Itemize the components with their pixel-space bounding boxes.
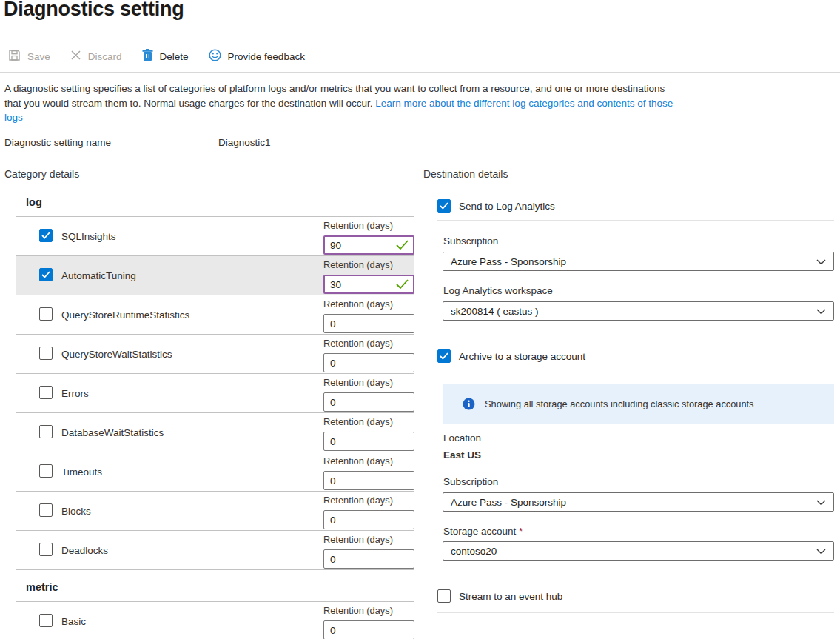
retention-days-label: Retention (days) — [323, 455, 393, 466]
category-row: QueryStoreWaitStatisticsRetention (days) — [16, 335, 414, 374]
retention-days-label: Retention (days) — [323, 259, 393, 270]
toolbar: Save Discard Delete Provide feedback — [8, 49, 305, 64]
category-checkbox[interactable] — [39, 543, 53, 556]
provide-feedback-button[interactable]: Provide feedback — [209, 49, 305, 64]
category-row: ErrorsRetention (days) — [16, 374, 414, 413]
chevron-down-icon — [816, 546, 826, 557]
stream-to-event-hub-checkbox[interactable] — [437, 589, 451, 603]
divider — [437, 220, 834, 221]
info-banner: Showing all storage accounts including c… — [443, 384, 834, 424]
destination-details-header: Destination details — [423, 168, 508, 180]
category-label: SQLInsights — [61, 231, 116, 242]
retention-days-label: Retention (days) — [323, 605, 393, 616]
category-label: DatabaseWaitStatistics — [61, 427, 164, 438]
workspace-dropdown[interactable]: sk200814 ( eastus ) — [443, 301, 834, 321]
la-subscription-dropdown[interactable]: Azure Pass - Sponsorship — [443, 252, 834, 271]
save-icon — [8, 49, 21, 64]
retention-input[interactable] — [323, 549, 414, 569]
category-checkbox[interactable] — [39, 386, 53, 399]
archive-to-storage-checkbox[interactable] — [437, 349, 451, 363]
category-label: Deadlocks — [61, 545, 108, 556]
chevron-down-icon — [816, 256, 826, 267]
category-checkbox[interactable] — [39, 229, 53, 242]
category-group-header: log — [16, 185, 414, 217]
storage-account-dropdown[interactable]: contoso20 — [443, 541, 834, 561]
category-row: TimeoutsRetention (days) — [16, 452, 414, 492]
category-row: AutomaticTuningRetention (days) — [16, 256, 414, 295]
category-checkbox[interactable] — [39, 307, 53, 321]
retention-days-label: Retention (days) — [323, 495, 393, 506]
delete-label: Delete — [160, 51, 189, 62]
category-row: BasicRetention (days) — [16, 602, 414, 639]
category-group-header: metric — [16, 570, 414, 602]
discard-x-icon — [70, 50, 81, 63]
category-label: Timeouts — [61, 466, 102, 478]
toolbar-divider — [0, 72, 840, 73]
diagnostic-setting-name-value: Diagnostic1 — [218, 137, 271, 148]
send-to-log-analytics-checkbox[interactable] — [437, 199, 451, 213]
stream-to-event-hub-label: Stream to an event hub — [459, 591, 562, 602]
category-label: Errors — [61, 388, 89, 399]
category-checkbox[interactable] — [39, 347, 53, 360]
retention-input[interactable] — [323, 471, 414, 490]
location-value: East US — [443, 449, 481, 461]
provide-feedback-label: Provide feedback — [228, 51, 305, 62]
workspace-label: Log Analytics workspace — [443, 285, 553, 296]
category-label: AutomaticTuning — [61, 270, 136, 281]
diagnostic-setting-name-label: Diagnostic setting name — [4, 137, 111, 148]
category-label: Basic — [61, 616, 86, 627]
storage-subscription-value: Azure Pass - Sponsorship — [451, 497, 566, 508]
retention-days-label: Retention (days) — [323, 298, 393, 310]
info-banner-text: Showing all storage accounts including c… — [485, 398, 754, 409]
category-table: logSQLInsightsRetention (days)AutomaticT… — [16, 185, 414, 639]
delete-button[interactable]: Delete — [142, 49, 189, 64]
category-row: DeadlocksRetention (days) — [16, 531, 414, 570]
category-checkbox[interactable] — [39, 425, 53, 438]
storage-account-value: contoso20 — [451, 546, 497, 557]
retention-input[interactable] — [323, 432, 414, 451]
discard-label: Discard — [88, 51, 122, 62]
category-checkbox[interactable] — [39, 268, 53, 281]
info-icon — [463, 398, 475, 410]
retention-days-label: Retention (days) — [323, 534, 393, 545]
valid-check-icon — [396, 279, 409, 289]
location-label: Location — [443, 432, 481, 444]
category-row: DatabaseWaitStatisticsRetention (days) — [16, 413, 414, 452]
category-label: Blocks — [61, 506, 91, 517]
category-row: QueryStoreRuntimeStatisticsRetention (da… — [16, 295, 414, 335]
archive-to-storage-label: Archive to a storage account — [459, 351, 585, 362]
divider — [437, 372, 834, 372]
description-text: A diagnostic setting specifies a list of… — [4, 81, 673, 125]
storage-account-label-text: Storage account — [443, 526, 519, 537]
category-checkbox[interactable] — [39, 503, 53, 517]
category-checkbox[interactable] — [39, 614, 53, 627]
retention-days-label: Retention (days) — [323, 416, 393, 427]
storage-subscription-dropdown[interactable]: Azure Pass - Sponsorship — [443, 492, 834, 512]
category-label: QueryStoreWaitStatistics — [61, 349, 172, 360]
page-title: Diagnostics setting — [4, 0, 184, 21]
category-details-header: Category details — [4, 168, 79, 180]
category-row: SQLInsightsRetention (days) — [16, 217, 414, 256]
discard-button[interactable]: Discard — [70, 50, 122, 63]
storage-subscription-label: Subscription — [443, 476, 498, 487]
retention-days-label: Retention (days) — [323, 338, 393, 349]
storage-account-label: Storage account * — [443, 526, 523, 537]
chevron-down-icon — [816, 306, 826, 317]
retention-input[interactable] — [323, 510, 414, 529]
retention-input[interactable] — [323, 620, 414, 639]
retention-input[interactable] — [323, 353, 414, 372]
required-asterisk: * — [519, 526, 523, 537]
la-subscription-value: Azure Pass - Sponsorship — [451, 256, 566, 267]
la-subscription-label: Subscription — [443, 235, 498, 247]
retention-input[interactable] — [323, 314, 414, 333]
save-label: Save — [27, 51, 50, 62]
divider — [437, 612, 834, 613]
smiley-icon — [209, 49, 221, 64]
category-label: QueryStoreRuntimeStatistics — [61, 310, 189, 321]
retention-days-label: Retention (days) — [323, 377, 393, 388]
send-to-log-analytics-label: Send to Log Analytics — [459, 201, 555, 212]
retention-input[interactable] — [323, 392, 414, 412]
category-checkbox[interactable] — [39, 464, 53, 478]
valid-check-icon — [396, 240, 409, 250]
save-button[interactable]: Save — [8, 49, 50, 64]
